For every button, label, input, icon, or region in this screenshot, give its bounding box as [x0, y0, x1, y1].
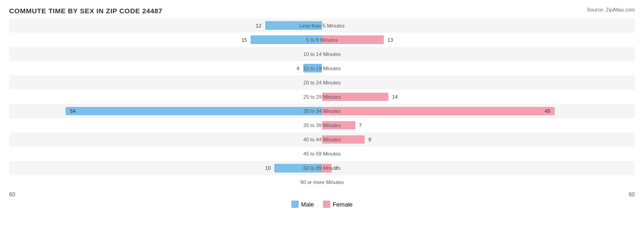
bar-row: 415 to 19 Minutes — [9, 61, 635, 75]
male-bar: 4 — [303, 64, 322, 73]
legend-female: Female — [323, 201, 352, 208]
female-value: 9 — [366, 137, 371, 142]
bar-row: 35 to 39 Minutes7 — [9, 118, 635, 133]
bar-row: 90 or more Minutes — [9, 175, 635, 190]
female-value: 2 — [333, 165, 338, 171]
right-side: 9 — [322, 133, 635, 147]
female-bar: 49 — [322, 107, 555, 116]
source-label: Source: ZipAtlas.com — [587, 7, 635, 12]
male-swatch — [291, 201, 299, 208]
left-side: 10 — [9, 161, 322, 175]
axis-left-label: 60 — [9, 191, 15, 198]
right-side: 14 — [322, 89, 635, 104]
left-side — [9, 147, 322, 161]
female-bar: 2 — [322, 164, 332, 173]
right-side — [322, 61, 635, 75]
male-legend-label: Male — [301, 201, 314, 208]
male-bar: 54 — [65, 107, 322, 116]
female-bar: 7 — [322, 121, 355, 130]
right-side: 2 — [322, 161, 635, 175]
female-value: 13 — [386, 37, 393, 43]
bar-row: 10 to 14 Minutes — [9, 47, 635, 61]
left-side: 12 — [9, 18, 322, 33]
male-value: 54 — [67, 108, 76, 114]
bar-row: 155 to 9 Minutes13 — [9, 33, 635, 47]
rows-container: 12Less than 5 Minutes155 to 9 Minutes131… — [9, 18, 635, 190]
female-value: 49 — [545, 108, 553, 114]
female-value: 14 — [390, 94, 398, 100]
right-side — [322, 175, 635, 190]
bar-row: 45 to 59 Minutes — [9, 147, 635, 161]
male-bar: 12 — [265, 21, 322, 30]
right-side: 49 — [322, 104, 635, 118]
axis-bottom: 60 60 — [9, 191, 635, 198]
female-bar: 13 — [322, 35, 384, 44]
axis-right-label: 60 — [629, 191, 635, 198]
female-legend-label: Female — [333, 201, 352, 208]
female-swatch — [323, 201, 330, 208]
right-side — [322, 75, 635, 89]
left-side — [9, 75, 322, 89]
left-side: 15 — [9, 33, 322, 47]
right-side — [322, 147, 635, 161]
male-value: 4 — [296, 66, 301, 71]
right-side — [322, 47, 635, 61]
female-bar: 9 — [322, 135, 365, 144]
male-value: 12 — [256, 23, 263, 28]
chart-area: 12Less than 5 Minutes155 to 9 Minutes131… — [9, 18, 635, 206]
bar-row: 25 to 29 Minutes14 — [9, 89, 635, 104]
bar-row: 5430 to 34 Minutes49 — [9, 104, 635, 118]
male-bar: 15 — [251, 35, 322, 44]
left-side: 54 — [9, 104, 322, 118]
female-value: 7 — [357, 123, 362, 128]
right-side: 7 — [322, 118, 635, 133]
bar-row: 20 to 24 Minutes — [9, 75, 635, 89]
right-side — [322, 18, 635, 33]
chart-title: COMMUTE TIME BY SEX IN ZIP CODE 24487 — [9, 7, 635, 15]
bar-row: 1060 to 89 Minutes2 — [9, 161, 635, 175]
legend-male: Male — [291, 201, 314, 208]
bar-row: 40 to 44 Minutes9 — [9, 133, 635, 147]
female-bar: 14 — [322, 93, 388, 101]
right-side: 13 — [322, 33, 635, 47]
male-bar: 10 — [274, 164, 322, 173]
chart-container: COMMUTE TIME BY SEX IN ZIP CODE 24487 So… — [0, 0, 644, 240]
male-value: 10 — [265, 165, 273, 171]
bar-row: 12Less than 5 Minutes — [9, 18, 635, 33]
legend: Male Female — [9, 201, 635, 208]
male-value: 15 — [241, 37, 249, 43]
left-side — [9, 175, 322, 190]
left-side: 4 — [9, 61, 322, 75]
left-side — [9, 47, 322, 61]
left-side — [9, 133, 322, 147]
left-side — [9, 89, 322, 104]
left-side — [9, 118, 322, 133]
